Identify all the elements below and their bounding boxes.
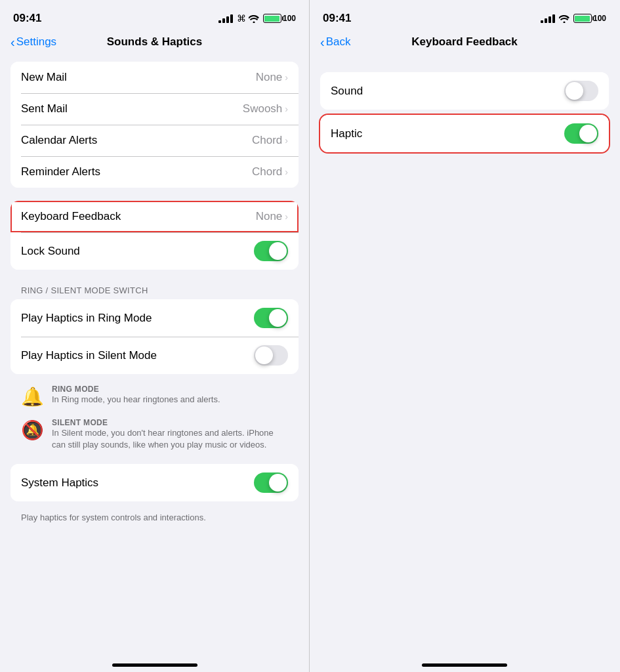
play-haptics-silent-toggle[interactable]: [254, 345, 288, 366]
silent-mode-info: 🔕 Silent Mode In Silent mode, you don't …: [10, 415, 299, 459]
ring-mode-heading: Ring Mode: [52, 385, 288, 394]
wifi-icon-right: [559, 13, 569, 24]
bell-slash-icon: 🔕: [21, 419, 44, 441]
new-mail-value-group: None ›: [256, 71, 288, 84]
system-haptics-row: System Haptics: [10, 464, 299, 501]
battery-icon-left: 100: [263, 14, 296, 23]
haptic-label: Haptic: [331, 127, 362, 140]
keyboard-feedback-label: Keyboard Feedback: [21, 210, 121, 223]
home-indicator-left: [0, 650, 309, 672]
play-haptics-ring-row: Play Haptics in Ring Mode: [10, 299, 299, 337]
new-mail-label: New Mail: [21, 71, 67, 84]
back-chevron-icon-right: ‹: [320, 35, 325, 49]
sound-label: Sound: [331, 85, 363, 98]
lock-sound-label: Lock Sound: [21, 245, 80, 258]
status-icons-right: 100: [541, 13, 606, 24]
keyboard-lock-card: Keyboard Feedback None › Lock Sound: [10, 201, 299, 270]
status-icons-left: ⌘ 100: [218, 13, 296, 24]
status-bar-right: 09:41 100: [310, 0, 619, 33]
lock-sound-toggle[interactable]: [254, 241, 288, 261]
signal-icon-right: [541, 14, 555, 23]
calendar-alerts-chevron: ›: [285, 135, 288, 146]
page-title-left: Sounds & Haptics: [107, 35, 202, 49]
sent-mail-chevron: ›: [285, 104, 288, 114]
reminder-alerts-value: Chord: [252, 165, 282, 178]
ring-silent-card: Play Haptics in Ring Mode Play Haptics i…: [10, 299, 299, 374]
time-left: 09:41: [13, 12, 41, 25]
silent-mode-desc: In Silent mode, you don't hear ringtones…: [52, 427, 288, 451]
page-title-right: Keyboard Feedback: [411, 35, 518, 49]
silent-mode-heading: Silent Mode: [52, 418, 288, 427]
right-content: Sound Haptic: [310, 56, 619, 650]
calendar-alerts-value: Chord: [252, 134, 282, 147]
sound-card: Sound: [320, 72, 609, 110]
reminder-alerts-label: Reminder Alerts: [21, 165, 100, 178]
right-panel: 09:41 100 ‹ Back Keyboard Feedback: [310, 0, 619, 672]
sent-mail-value: Swoosh: [243, 102, 282, 116]
calendar-alerts-label: Calendar Alerts: [21, 134, 97, 147]
keyboard-feedback-chevron: ›: [285, 211, 288, 222]
sent-mail-label: Sent Mail: [21, 102, 68, 116]
sent-mail-row[interactable]: Sent Mail Swoosh ›: [10, 93, 299, 125]
nav-bar-left: ‹ Settings Sounds & Haptics: [0, 33, 309, 56]
calendar-alerts-value-group: Chord ›: [252, 134, 288, 147]
play-haptics-silent-label: Play Haptics in Silent Mode: [21, 349, 157, 362]
system-haptics-card: System Haptics: [10, 464, 299, 501]
calendar-alerts-row[interactable]: Calendar Alerts Chord ›: [10, 125, 299, 156]
ring-silent-section-label: Ring / Silent Mode Switch: [10, 275, 299, 299]
sent-mail-value-group: Swoosh ›: [243, 102, 288, 116]
new-mail-row[interactable]: New Mail None ›: [10, 62, 299, 93]
haptic-card: Haptic: [320, 115, 609, 152]
reminder-alerts-chevron: ›: [285, 167, 288, 177]
haptic-row: Haptic: [320, 115, 609, 152]
settings-back-button[interactable]: ‹ Settings: [10, 35, 56, 49]
sound-row: Sound: [320, 72, 609, 110]
bell-icon: 🔔: [21, 386, 44, 408]
keyboard-back-button[interactable]: ‹ Back: [320, 35, 350, 49]
lock-sound-row: Lock Sound: [10, 232, 299, 270]
reminder-alerts-value-group: Chord ›: [252, 165, 288, 178]
left-content: New Mail None › Sent Mail Swoosh › Calen…: [0, 56, 309, 650]
reminder-alerts-row[interactable]: Reminder Alerts Chord ›: [10, 156, 299, 188]
home-indicator-right: [310, 650, 619, 672]
sound-toggle[interactable]: [564, 81, 598, 101]
keyboard-feedback-row[interactable]: Keyboard Feedback None ›: [10, 201, 299, 232]
system-haptics-toggle[interactable]: [254, 472, 288, 493]
ring-mode-desc: In Ring mode, you hear ringtones and ale…: [52, 394, 288, 406]
back-label-settings: Settings: [16, 35, 56, 49]
play-haptics-ring-toggle[interactable]: [254, 308, 288, 328]
nav-bar-right: ‹ Back Keyboard Feedback: [310, 33, 619, 56]
back-chevron-icon: ‹: [10, 35, 15, 49]
battery-icon-right: 100: [573, 14, 606, 23]
status-bar-left: 09:41 ⌘ 100: [0, 0, 309, 33]
keyboard-feedback-value-group: None ›: [256, 210, 288, 223]
system-haptics-desc: Play haptics for system controls and int…: [10, 507, 299, 534]
wifi-icon: ⌘: [237, 13, 259, 24]
time-right: 09:41: [323, 12, 351, 25]
back-label-back: Back: [326, 35, 351, 49]
ring-mode-info: 🔔 Ring Mode In Ring mode, you hear ringt…: [10, 382, 299, 415]
new-mail-chevron: ›: [285, 72, 288, 83]
play-haptics-silent-row: Play Haptics in Silent Mode: [10, 337, 299, 374]
play-haptics-ring-label: Play Haptics in Ring Mode: [21, 312, 152, 325]
haptic-toggle[interactable]: [564, 123, 598, 144]
mail-alerts-card: New Mail None › Sent Mail Swoosh › Calen…: [10, 62, 299, 188]
signal-icon: [218, 14, 233, 23]
left-panel: 09:41 ⌘ 100 ‹ Settings Sounds & Hapt: [0, 0, 310, 672]
system-haptics-label: System Haptics: [21, 476, 98, 490]
new-mail-value: None: [256, 71, 283, 84]
keyboard-feedback-value: None: [256, 210, 283, 223]
